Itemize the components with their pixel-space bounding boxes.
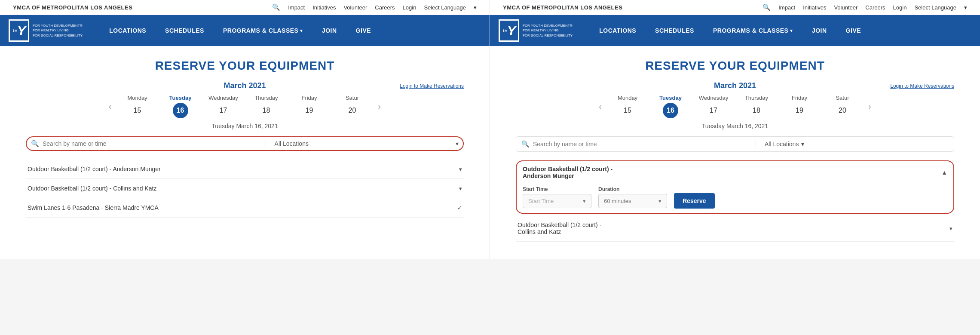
cal-day-tuesday-r: Tuesday 16	[649, 95, 692, 118]
day-num-20-r[interactable]: 20	[835, 103, 850, 118]
calendar-prev-icon-r[interactable]: ‹	[594, 101, 606, 111]
expanded-item-name: Outdoor Basketball (1/2 court) - Anderso…	[523, 166, 612, 179]
ymca-logo-right: the Y FOR YOUTH DEVELOPMENT® FOR HEALTHY…	[499, 19, 573, 42]
nav-locations-r[interactable]: LOCATIONS	[590, 15, 646, 46]
nav-login[interactable]: Login	[403, 4, 416, 11]
expanded-item-header[interactable]: Outdoor Basketball (1/2 court) - Anderso…	[523, 166, 947, 179]
duration-select[interactable]: 60 minutes ▾	[598, 194, 667, 208]
main-content-right: RESERVE YOUR EQUIPMENT March 2021 Login …	[490, 46, 980, 259]
day-num-17[interactable]: 17	[216, 103, 231, 118]
nav-login-r[interactable]: Login	[893, 4, 907, 11]
day-num-19[interactable]: 19	[302, 103, 317, 118]
language-chevron-icon: ▾	[474, 4, 477, 11]
equipment-item-0[interactable]: Outdoor Basketball (1/2 court) - Anderso…	[26, 160, 464, 179]
nav-give-r[interactable]: GIVE	[836, 15, 870, 46]
day-name-tue: Tuesday	[169, 95, 192, 101]
search-icon-r: 🔍	[521, 140, 530, 148]
nav-language-r[interactable]: Select Language	[914, 4, 956, 11]
ymca-y-icon-right: the Y	[499, 19, 519, 42]
nav-give[interactable]: GIVE	[346, 15, 380, 46]
nav-locations[interactable]: LOCATIONS	[100, 15, 156, 46]
nav-impact[interactable]: Impact	[288, 4, 305, 11]
nav-items-right: LOCATIONS SCHEDULES PROGRAMS & CLASSES ▾…	[590, 15, 870, 46]
cal-day-friday: Friday 19	[288, 95, 331, 118]
day-name-sat: Satur	[346, 95, 359, 101]
calendar-month-right: March 2021	[714, 81, 756, 90]
equipment-list-right: Outdoor Basketball (1/2 court) - Anderso…	[516, 160, 954, 242]
nav-join-r[interactable]: JOIN	[802, 15, 836, 46]
search-input-wrap-right: 🔍	[521, 140, 756, 148]
logo-taglines-right: FOR YOUTH DEVELOPMENT® FOR HEALTHY LIVIN…	[523, 23, 573, 38]
nav-schedules[interactable]: SCHEDULES	[156, 15, 214, 46]
search-icon-right[interactable]: 🔍	[763, 3, 771, 11]
day-name-mon: Monday	[127, 95, 147, 101]
nav-programs[interactable]: PROGRAMS & CLASSES ▾	[214, 15, 312, 46]
the-text: the	[13, 28, 16, 33]
start-time-label: Start Time	[523, 186, 591, 192]
calendar-days: ‹ Monday 15 Tuesday 16 Wednesday 17 Thur…	[26, 95, 464, 118]
nav-join[interactable]: JOIN	[312, 15, 346, 46]
search-input-right[interactable]	[533, 141, 751, 148]
reserve-button[interactable]: Reserve	[674, 193, 715, 209]
cal-day-tuesday: Tuesday 16	[159, 95, 202, 118]
y-letter: Y	[17, 23, 25, 38]
day-num-17-r[interactable]: 17	[706, 103, 721, 118]
nav-items: LOCATIONS SCHEDULES PROGRAMS & CLASSES ▾…	[100, 15, 380, 46]
locations-dropdown[interactable]: All Locations ▾	[270, 140, 459, 147]
nav-initiatives-r[interactable]: Initiatives	[803, 4, 826, 11]
day-name-fri-r: Friday	[792, 95, 807, 101]
language-chevron-icon-r: ▾	[964, 4, 967, 11]
equipment-item-1[interactable]: Outdoor Basketball (1/2 court) - Collins…	[26, 179, 464, 198]
nav-careers-r[interactable]: Careers	[865, 4, 885, 11]
nav-volunteer-r[interactable]: Volunteer	[834, 4, 858, 11]
nav-language[interactable]: Select Language	[424, 4, 466, 11]
page-title: RESERVE YOUR EQUIPMENT	[26, 59, 464, 73]
day-name-wed: Wednesday	[208, 95, 238, 101]
search-input-wrap: 🔍	[31, 140, 266, 148]
locations-chevron-icon: ▾	[456, 140, 459, 147]
top-nav-right: 🔍 Impact Initiatives Volunteer Careers L…	[763, 3, 967, 11]
selected-date-right: Tuesday March 16, 2021	[516, 123, 954, 129]
day-num-20[interactable]: 20	[345, 103, 360, 118]
day-name-wed-r: Wednesday	[699, 95, 728, 101]
equipment-item-2[interactable]: Swim Lanes 1-6 Pasadena - Sierra Madre Y…	[26, 198, 464, 218]
expanded-item-container: Outdoor Basketball (1/2 court) - Anderso…	[516, 160, 954, 214]
nav-impact-r[interactable]: Impact	[778, 4, 795, 11]
ymca-logo: the Y FOR YOUTH DEVELOPMENT® FOR HEALTHY…	[9, 19, 83, 42]
locations-dropdown-right[interactable]: All Locations ▾	[760, 141, 949, 148]
nav-careers[interactable]: Careers	[375, 4, 395, 11]
cal-day-wednesday: Wednesday 17	[202, 95, 245, 118]
page-title-right: RESERVE YOUR EQUIPMENT	[516, 59, 954, 73]
day-name-thu-r: Thursday	[745, 95, 768, 101]
search-filter-row-right: 🔍 All Locations ▾	[516, 136, 954, 152]
day-num-18[interactable]: 18	[259, 103, 274, 118]
day-name-mon-r: Monday	[618, 95, 637, 101]
nav-schedules-r[interactable]: SCHEDULES	[646, 15, 704, 46]
day-num-19-r[interactable]: 19	[792, 103, 807, 118]
start-time-select[interactable]: Start Time ▾	[523, 194, 591, 208]
calendar-prev-icon[interactable]: ‹	[104, 101, 116, 111]
login-reservations-link-right[interactable]: Login to Make Reservations	[890, 83, 954, 89]
nav-programs-r[interactable]: PROGRAMS & CLASSES ▾	[704, 15, 802, 46]
equipment-item-expanded: Outdoor Basketball (1/2 court) - Anderso…	[523, 166, 947, 209]
day-num-15-r[interactable]: 15	[620, 103, 635, 118]
day-num-16[interactable]: 16	[173, 103, 188, 118]
locations-label-right: All Locations	[765, 141, 799, 148]
calendar-next-icon-r[interactable]: ›	[864, 101, 876, 111]
search-input[interactable]	[43, 140, 261, 147]
top-utility-bar: YMCA OF METROPOLITAN LOS ANGELES 🔍 Impac…	[0, 0, 490, 15]
day-num-16-r[interactable]: 16	[663, 103, 678, 118]
calendar-next-icon[interactable]: ›	[374, 101, 386, 111]
login-reservations-link[interactable]: Login to Make Reservations	[400, 83, 464, 89]
duration-chevron-icon: ▾	[658, 198, 662, 204]
calendar-days-right: ‹ Monday 15 Tuesday 16 Wednesday 17 Thur…	[516, 95, 954, 118]
day-num-18-r[interactable]: 18	[749, 103, 764, 118]
equipment-item-1-right[interactable]: Outdoor Basketball (1/2 court) - Collins…	[516, 215, 954, 242]
cal-day-monday: Monday 15	[116, 95, 159, 118]
search-icon[interactable]: 🔍	[272, 3, 280, 11]
nav-initiatives[interactable]: Initiatives	[312, 4, 336, 11]
ymca-y-icon: the Y	[9, 19, 29, 42]
nav-volunteer[interactable]: Volunteer	[343, 4, 367, 11]
cal-day-saturday: Satur 20	[331, 95, 374, 118]
day-num-15[interactable]: 15	[130, 103, 145, 118]
